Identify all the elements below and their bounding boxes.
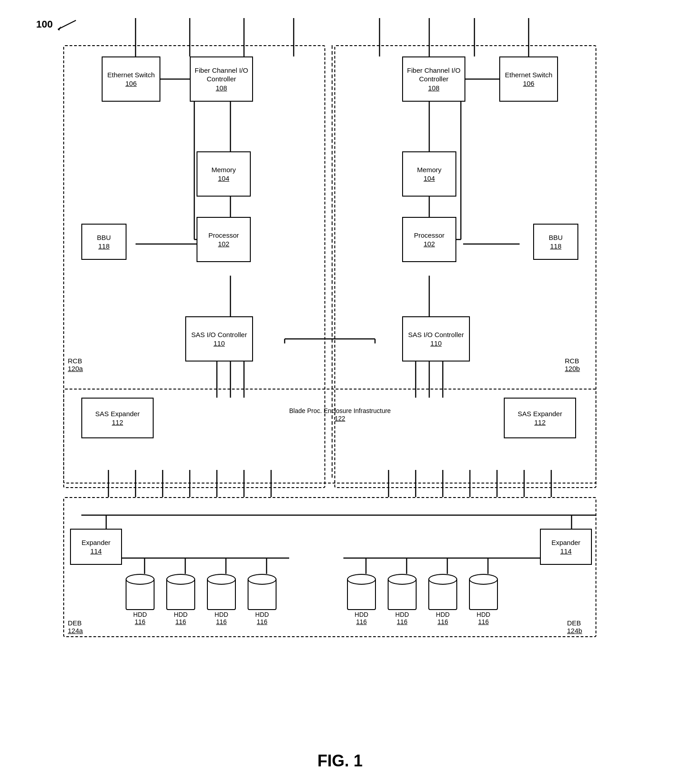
hdd-right-1: HDD 116 [347, 574, 376, 625]
hdd-left-4: HDD 116 [248, 574, 277, 625]
ethernet-switch-right: Ethernet Switch 106 [499, 56, 558, 102]
fc-controller-left: Fiber Channel I/O Controller 108 [190, 56, 253, 102]
memory-left: Memory 104 [197, 151, 251, 197]
hdd-right-4: HDD 116 [469, 574, 498, 625]
hdd-right-3: HDD 116 [428, 574, 457, 625]
bbu-left: BBU 118 [81, 224, 127, 260]
diagram-container: 100 RCB 120a RCB 120b Blade Proc. Enclos… [36, 18, 642, 741]
hdd-left-3: HDD 116 [207, 574, 236, 625]
processor-left: Processor 102 [197, 217, 251, 262]
svg-line-61 [58, 20, 76, 29]
diagram-ref-number: 100 [36, 18, 78, 32]
expander-right: Expander 114 [540, 529, 592, 565]
blade-proc-label: Blade Proc. Enclosure Infrastructure 122 [289, 407, 391, 422]
rcb-left-label: RCB 120a [68, 357, 83, 372]
deb-right-label: DEB 124b [567, 619, 582, 634]
deb-left-label: DEB 124a [68, 619, 83, 634]
ethernet-switch-left: Ethernet Switch 106 [102, 56, 160, 102]
bbu-right: BBU 118 [533, 224, 578, 260]
hdd-right-2: HDD 116 [388, 574, 417, 625]
hdd-left-2: HDD 116 [166, 574, 195, 625]
hdd-left-1: HDD 116 [126, 574, 155, 625]
processor-right: Processor 102 [402, 217, 456, 262]
sas-io-right: SAS I/O Controller 110 [402, 316, 470, 361]
rcb-right-label: RCB 120b [565, 357, 580, 372]
figure-caption: FIG. 1 [317, 751, 362, 770]
fc-controller-right: Fiber Channel I/O Controller 108 [402, 56, 465, 102]
memory-right: Memory 104 [402, 151, 456, 197]
sas-expander-left: SAS Expander 112 [81, 398, 154, 438]
sas-io-left: SAS I/O Controller 110 [185, 316, 253, 361]
sas-expander-right: SAS Expander 112 [504, 398, 576, 438]
expander-left: Expander 114 [70, 529, 122, 565]
